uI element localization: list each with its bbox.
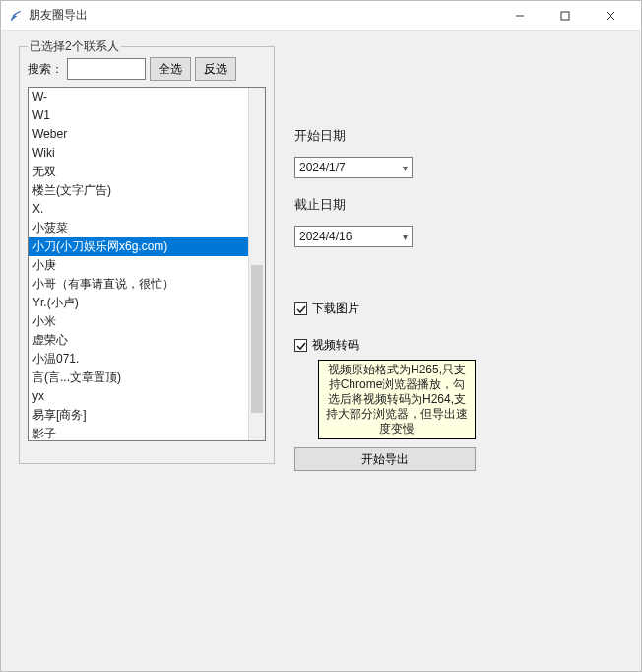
start-date-value: 2024/1/7 <box>299 161 346 174</box>
svg-rect-1 <box>561 12 569 20</box>
scrollbar-thumb[interactable] <box>251 265 263 413</box>
contacts-list-wrap: W-W1WeberWiki无双楼兰(文字广告)X.小菠菜小刀(小刀娱乐网x6g.… <box>28 87 266 441</box>
close-button[interactable] <box>588 1 633 31</box>
list-item[interactable]: 小温071. <box>29 350 248 369</box>
list-item[interactable]: 易享[商务] <box>29 406 248 425</box>
list-item[interactable]: 楼兰(文字广告) <box>29 181 248 200</box>
download-images-check[interactable]: 下载图片 <box>294 301 476 317</box>
list-item[interactable]: 虚荣心 <box>29 331 248 350</box>
scrollbar[interactable] <box>248 88 265 440</box>
list-item[interactable]: W- <box>29 88 248 106</box>
start-export-button[interactable]: 开始导出 <box>294 447 476 471</box>
list-item[interactable]: X. <box>29 200 248 219</box>
transcode-tooltip: 视频原始格式为H265,只支持Chrome浏览器播放，勾选后将视频转码为H264… <box>318 360 476 439</box>
start-date-label: 开始日期 <box>294 127 476 145</box>
list-item[interactable]: 小米 <box>29 312 248 331</box>
search-row: 搜索： 全选 反选 <box>28 57 266 81</box>
end-date-label: 截止日期 <box>294 196 476 214</box>
right-column: 开始日期 2024/1/7 ▾ 截止日期 2024/4/16 ▾ 下载图片 <box>294 46 476 655</box>
search-label: 搜索： <box>28 61 63 78</box>
end-date-value: 2024/4/16 <box>299 230 352 243</box>
contacts-legend: 已选择2个联系人 <box>28 38 121 55</box>
window-body: 已选择2个联系人 搜索： 全选 反选 W-W1WeberWiki无双楼兰(文字广… <box>1 31 641 671</box>
list-item[interactable]: 小刀(小刀娱乐网x6g.com) <box>29 237 248 256</box>
video-transcode-check[interactable]: 视频转码 <box>294 337 476 354</box>
checkbox-icon <box>294 302 307 315</box>
end-date-select[interactable]: 2024/4/16 ▾ <box>294 226 413 247</box>
list-item[interactable]: Weber <box>29 125 248 144</box>
list-item[interactable]: 无双 <box>29 163 248 181</box>
list-item[interactable]: 言(言...文章置顶) <box>29 369 248 387</box>
list-item[interactable]: W1 <box>29 106 248 125</box>
select-all-button[interactable]: 全选 <box>150 57 191 81</box>
window-root: 朋友圈导出 已选择2个联系人 搜索： 全选 反选 W-W1WeberWiki无双… <box>0 0 642 672</box>
invert-select-button[interactable]: 反选 <box>195 57 236 81</box>
chevron-down-icon: ▾ <box>403 163 408 173</box>
title-bar: 朋友圈导出 <box>1 1 641 31</box>
minimize-button[interactable] <box>497 1 543 31</box>
video-transcode-label: 视频转码 <box>312 337 359 354</box>
chevron-down-icon: ▾ <box>403 232 408 242</box>
checkbox-icon <box>294 339 307 352</box>
window-title: 朋友圈导出 <box>29 7 88 24</box>
contacts-list[interactable]: W-W1WeberWiki无双楼兰(文字广告)X.小菠菜小刀(小刀娱乐网x6g.… <box>29 88 248 440</box>
list-item[interactable]: Wiki <box>29 144 248 163</box>
contacts-panel: 已选择2个联系人 搜索： 全选 反选 W-W1WeberWiki无双楼兰(文字广… <box>19 46 275 464</box>
search-input[interactable] <box>67 58 146 80</box>
list-item[interactable]: Yr.(小卢) <box>29 294 248 312</box>
start-date-select[interactable]: 2024/1/7 ▾ <box>294 157 413 178</box>
list-item[interactable]: 小菠菜 <box>29 219 248 237</box>
list-item[interactable]: 小庚 <box>29 256 248 275</box>
download-images-label: 下载图片 <box>312 301 359 317</box>
list-item[interactable]: yx <box>29 387 248 406</box>
list-item[interactable]: 小哥（有事请直说，很忙） <box>29 275 248 294</box>
maximize-button[interactable] <box>543 1 588 31</box>
app-icon <box>9 9 23 23</box>
list-item[interactable]: 影子 <box>29 425 248 440</box>
